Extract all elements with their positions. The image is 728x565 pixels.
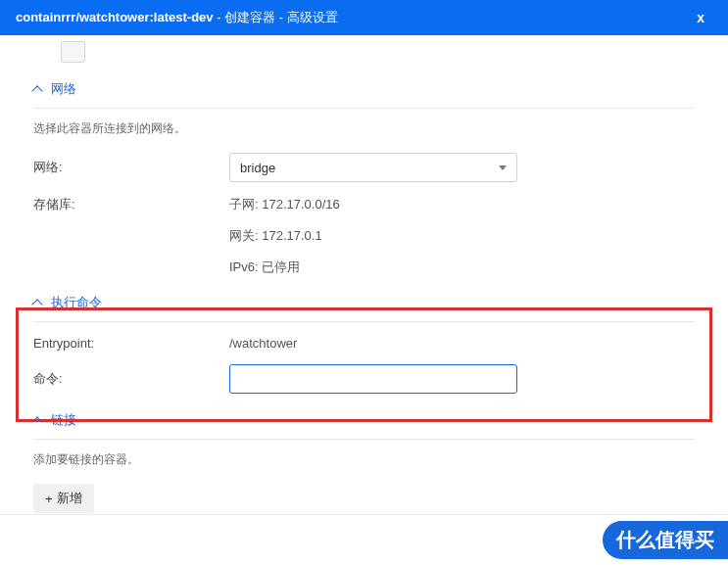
section-links: 链接 添加要链接的容器。 + 新增 [29, 411, 699, 513]
value-subnet: 子网: 172.17.0.0/16 [229, 196, 695, 213]
section-header-links[interactable]: 链接 [33, 411, 695, 440]
label-entrypoint: Entrypoint: [33, 336, 229, 351]
section-title: 执行命令 [51, 294, 102, 311]
section-title: 网络 [51, 80, 76, 98]
add-button[interactable]: + 新增 [33, 484, 94, 513]
select-value: bridge [240, 161, 275, 175]
value-ipv6: IPv6: 已停用 [33, 259, 695, 276]
label-command: 命令: [33, 370, 229, 388]
caret-down-icon [499, 165, 507, 170]
chevron-up-icon [31, 85, 42, 96]
section-description: 添加要链接的容器。 [33, 451, 695, 468]
dialog-header: containrrr/watchtower:latest-dev - 创建容器 … [0, 0, 728, 35]
breadcrumb: - 创建容器 - 高级设置 [217, 10, 338, 24]
plus-icon: + [45, 492, 53, 506]
section-title: 链接 [51, 411, 76, 429]
label-network: 网络: [33, 159, 229, 176]
section-header-exec[interactable]: 执行命令 [33, 294, 695, 322]
section-header-network[interactable]: 网络 [33, 80, 695, 109]
section-description: 选择此容器所连接到的网络。 [33, 120, 695, 137]
close-icon[interactable]: x [689, 6, 712, 29]
network-select[interactable]: bridge [229, 153, 517, 182]
truncated-button[interactable] [61, 41, 85, 63]
chevron-up-icon [31, 299, 42, 309]
watermark-badge: 什么值得买 [603, 521, 728, 559]
dialog-title: containrrr/watchtower:latest-dev [16, 10, 214, 24]
command-input[interactable] [229, 364, 517, 394]
section-exec: 执行命令 Entrypoint: /watchtower 命令: [29, 294, 699, 394]
label-storage: 存储库: [33, 196, 229, 213]
section-network: 网络 选择此容器所连接到的网络。 网络: bridge 存储库: 子网: 172… [29, 80, 699, 276]
value-entrypoint: /watchtower [229, 336, 695, 351]
value-gateway: 网关: 172.17.0.1 [33, 227, 695, 245]
add-label: 新增 [57, 490, 82, 507]
chevron-up-icon [31, 416, 42, 427]
